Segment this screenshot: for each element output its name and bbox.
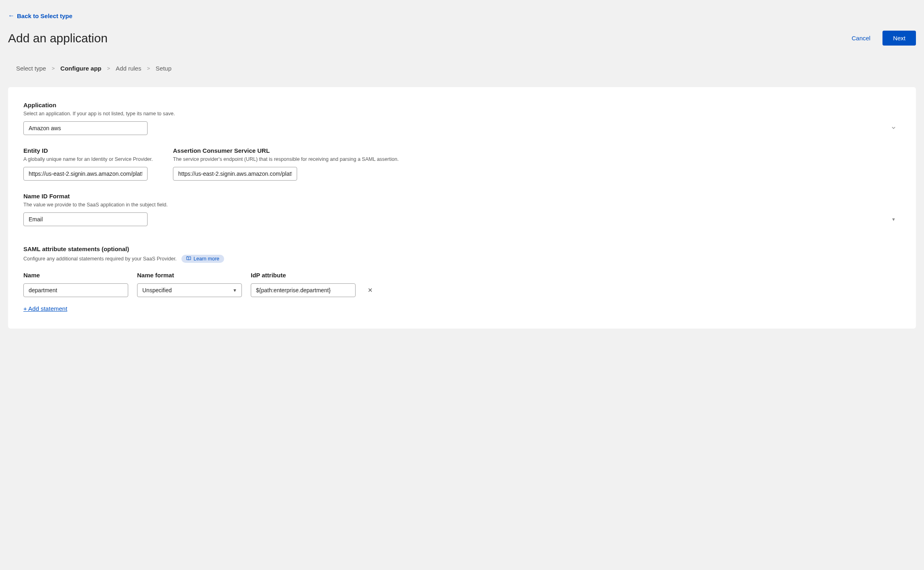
entity-id-label: Entity ID bbox=[23, 147, 153, 154]
entity-id-help: A globally unique name for an Identity o… bbox=[23, 156, 153, 162]
name-id-select[interactable]: Email ▼ bbox=[23, 212, 148, 226]
acs-url-help: The service provider's endpoint (URL) th… bbox=[173, 156, 399, 162]
chevron-down-icon: ▼ bbox=[233, 288, 237, 293]
attr-name-col: Name bbox=[23, 272, 128, 297]
arrow-left-icon: ← bbox=[8, 12, 15, 19]
chevron-right-icon: > bbox=[147, 65, 150, 71]
breadcrumb-step-setup[interactable]: Setup bbox=[156, 65, 171, 72]
application-select-value: Amazon aws bbox=[29, 125, 61, 131]
breadcrumb-step-add-rules[interactable]: Add rules bbox=[116, 65, 141, 72]
chevron-down-icon bbox=[891, 126, 896, 131]
form-card: Application Select an application. If yo… bbox=[8, 87, 916, 329]
application-field: Application Select an application. If yo… bbox=[23, 102, 901, 135]
add-statement-button[interactable]: + Add statement bbox=[23, 305, 67, 312]
page-header: Add an application Cancel Next bbox=[8, 31, 916, 46]
breadcrumb: Select type > Configure app > Add rules … bbox=[8, 62, 916, 75]
breadcrumb-step-select-type[interactable]: Select type bbox=[16, 65, 46, 72]
entity-id-field: Entity ID A globally unique name for an … bbox=[23, 147, 153, 181]
attr-format-col: Name format Unspecified ▼ bbox=[137, 272, 242, 297]
page-title: Add an application bbox=[8, 31, 108, 45]
breadcrumb-step-configure-app: Configure app bbox=[60, 65, 102, 72]
attr-idp-header: IdP attribute bbox=[251, 272, 356, 279]
remove-statement-button[interactable]: ✕ bbox=[364, 285, 376, 295]
name-id-field: Name ID Format The value we provide to t… bbox=[23, 193, 901, 226]
attr-name-header: Name bbox=[23, 272, 128, 279]
attr-format-value: Unspecified bbox=[142, 287, 172, 293]
cancel-button[interactable]: Cancel bbox=[847, 31, 875, 45]
attr-idp-input[interactable] bbox=[251, 283, 356, 297]
application-label: Application bbox=[23, 102, 901, 108]
saml-section: SAML attribute statements (optional) Con… bbox=[23, 245, 901, 312]
attr-name-input[interactable] bbox=[23, 283, 128, 297]
acs-url-input[interactable] bbox=[173, 167, 297, 181]
attr-format-header: Name format bbox=[137, 272, 242, 279]
saml-help: Configure any additional statements requ… bbox=[23, 256, 177, 262]
name-id-help: The value we provide to the SaaS applica… bbox=[23, 202, 901, 208]
chevron-right-icon: > bbox=[52, 65, 55, 71]
acs-url-field: Assertion Consumer Service URL The servi… bbox=[173, 147, 399, 181]
close-icon: ✕ bbox=[368, 287, 373, 293]
application-select[interactable]: Amazon aws bbox=[23, 121, 148, 135]
learn-more-label: Learn more bbox=[194, 256, 219, 262]
back-link[interactable]: ← Back to Select type bbox=[8, 12, 73, 19]
saml-label: SAML attribute statements (optional) bbox=[23, 245, 901, 252]
header-buttons: Cancel Next bbox=[847, 31, 916, 46]
saml-attribute-row: Name Name format Unspecified ▼ IdP attri… bbox=[23, 272, 901, 297]
chevron-down-icon: ▼ bbox=[891, 217, 896, 222]
entity-id-input[interactable] bbox=[23, 167, 148, 181]
back-link-label: Back to Select type bbox=[17, 12, 73, 19]
chevron-right-icon: > bbox=[107, 65, 110, 71]
attr-format-select[interactable]: Unspecified bbox=[137, 283, 242, 297]
learn-more-button[interactable]: Learn more bbox=[181, 255, 224, 263]
name-id-label: Name ID Format bbox=[23, 193, 901, 200]
document-icon bbox=[186, 256, 191, 261]
attr-idp-col: IdP attribute bbox=[251, 272, 356, 297]
application-help: Select an application. If your app is no… bbox=[23, 111, 901, 116]
acs-url-label: Assertion Consumer Service URL bbox=[173, 147, 399, 154]
next-button[interactable]: Next bbox=[882, 31, 916, 46]
name-id-select-value: Email bbox=[29, 216, 43, 223]
